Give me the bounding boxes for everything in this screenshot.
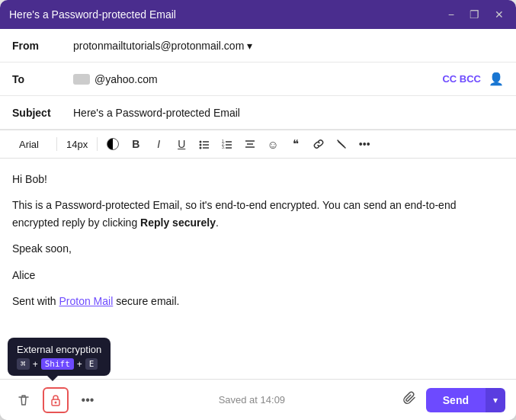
svg-point-0 (200, 141, 202, 143)
encryption-button[interactable] (43, 387, 69, 413)
restore-button[interactable]: ❐ (466, 8, 482, 21)
compose-fields: From protonmailtutorials@protonmail.com … (0, 29, 516, 130)
clear-icon (336, 139, 347, 149)
font-size-button[interactable]: 14px (62, 136, 92, 152)
formatting-toolbar: Arial 14px B I U 1. 2. 3. (0, 130, 516, 159)
tooltip-title: External encryption (17, 344, 101, 355)
minimize-button[interactable]: − (445, 8, 457, 21)
font-family-button[interactable]: Arial (6, 136, 52, 152)
toolbar-separator-2 (97, 137, 98, 151)
more-options-button[interactable]: ••• (354, 133, 375, 155)
from-email: protonmailtutorials@protonmail.com (73, 40, 244, 52)
send-dropdown-button[interactable]: ▾ (486, 388, 505, 412)
bottom-bar: External encryption ⌘ + Shift + E (0, 379, 516, 420)
contrast-icon (107, 138, 119, 150)
svg-text:3.: 3. (222, 145, 225, 149)
to-email: @yahoo.com (95, 73, 158, 85)
attachment-button[interactable] (403, 391, 417, 409)
subject-row: Subject Here's a Password-protected Emai… (0, 96, 516, 130)
attachment-icon (403, 391, 417, 405)
bullet-list-icon (199, 139, 210, 149)
kbd-shift: Shift (41, 358, 74, 370)
bold-button[interactable]: B (125, 133, 146, 155)
more-actions-button[interactable]: ••• (75, 387, 101, 413)
kbd-cmd: ⌘ (17, 358, 30, 370)
to-label: To (12, 73, 73, 85)
send-button-group: Send ▾ (426, 388, 505, 412)
greeting-text: Hi Bob! (12, 171, 504, 188)
contrast-button[interactable] (102, 133, 123, 155)
align-icon (245, 139, 255, 149)
svg-point-4 (200, 147, 202, 149)
from-row: From protonmailtutorials@protonmail.com … (0, 29, 516, 63)
clear-formatting-button[interactable] (331, 133, 352, 155)
saved-status: Saved at 14:09 (101, 394, 403, 406)
from-value: protonmailtutorials@protonmail.com ▾ (73, 40, 504, 52)
from-dropdown-arrow: ▾ (247, 40, 252, 52)
lock-icon (49, 393, 62, 407)
emoji-button[interactable]: ☺ (262, 133, 284, 155)
ordered-list-button[interactable]: 1. 2. 3. (216, 133, 238, 155)
to-right: CC BCC 👤 (442, 72, 504, 86)
subject-text: Here's a Password-protected Email (73, 107, 240, 119)
sign-off-text: Speak soon, (12, 240, 504, 257)
from-dropdown[interactable]: protonmailtutorials@protonmail.com ▾ (73, 40, 252, 52)
bullet-list-button[interactable] (194, 133, 215, 155)
to-value[interactable]: @yahoo.com CC BCC 👤 (73, 72, 504, 86)
add-contact-icon[interactable]: 👤 (489, 72, 504, 86)
ordered-list-icon: 1. 2. 3. (222, 139, 232, 149)
quote-button[interactable]: ❝ (285, 133, 306, 155)
reply-securely-link: Reply securely (140, 216, 216, 229)
send-button[interactable]: Send (426, 388, 486, 412)
trash-icon (17, 393, 30, 407)
to-avatar (73, 74, 90, 85)
close-button[interactable]: ✕ (492, 8, 507, 21)
tooltip-shortcut: ⌘ + Shift + E (17, 358, 101, 370)
svg-point-17 (55, 401, 57, 403)
italic-button[interactable]: I (148, 133, 169, 155)
external-encryption-tooltip: External encryption ⌘ + Shift + E (8, 338, 111, 376)
footer-text: Sent with Proton Mail secure email. (12, 293, 504, 309)
proton-mail-link[interactable]: Proton Mail (59, 295, 113, 307)
cc-bcc-button[interactable]: CC BCC (442, 73, 481, 85)
body-paragraph-1: This is a Password-protected Email, so i… (12, 197, 504, 231)
link-icon (313, 139, 324, 149)
align-button[interactable] (239, 133, 261, 155)
window-title: Here's a Password-protected Email (9, 8, 176, 21)
subject-label: Subject (12, 107, 73, 119)
bottom-left-actions: ••• (11, 387, 101, 413)
toolbar-separator-1 (56, 137, 57, 151)
kbd-e: E (85, 358, 98, 370)
compose-window: Here's a Password-protected Email − ❐ ✕ … (0, 0, 516, 420)
link-button[interactable] (308, 133, 329, 155)
sender-name: Alice (12, 267, 504, 284)
underline-button[interactable]: U (171, 133, 192, 155)
delete-button[interactable] (11, 387, 37, 413)
to-row: To @yahoo.com CC BCC 👤 (0, 63, 516, 96)
subject-value[interactable]: Here's a Password-protected Email (73, 107, 504, 119)
svg-point-2 (200, 144, 202, 146)
title-bar: Here's a Password-protected Email − ❐ ✕ (0, 0, 516, 29)
window-controls: − ❐ ✕ (445, 8, 507, 21)
from-label: From (12, 40, 73, 52)
